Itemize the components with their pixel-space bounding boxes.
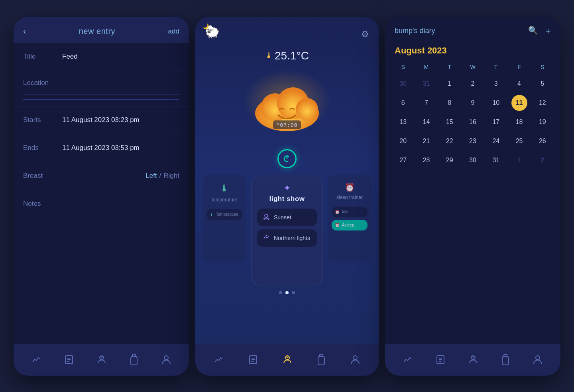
idle-label: Idle (342, 210, 348, 214)
nav2-chart-icon[interactable] (214, 355, 224, 364)
breast-right[interactable]: Right (163, 172, 179, 180)
cal-day-20[interactable]: 20 (395, 133, 411, 149)
cal-day-12[interactable]: 12 (535, 95, 550, 111)
cal-day-28[interactable]: 28 (418, 152, 434, 168)
cal-day-8[interactable]: 8 (442, 95, 458, 111)
nav-bottle-icon[interactable] (130, 354, 138, 365)
svg-point-15 (265, 214, 268, 217)
sleep-trainer-label: sleep trainer (336, 195, 363, 200)
svg-point-10 (296, 98, 318, 120)
nav2-baby-active-icon[interactable] (282, 355, 293, 365)
cal-week-1: 30 31 1 2 3 4 5 (391, 75, 554, 93)
cal-day-30[interactable]: 30 (465, 152, 481, 168)
sleep-trainer-card[interactable]: ⏰ sleep trainer ⏰ Idle ⏰ Asleep (328, 175, 372, 262)
cal-day-16[interactable]: 16 (465, 114, 481, 130)
cal-day-2[interactable]: 2 (465, 76, 481, 92)
day-header-f: F (507, 62, 531, 72)
nav2-book-icon[interactable] (249, 355, 258, 364)
notes-label: Notes (23, 200, 59, 208)
cal-day-24[interactable]: 24 (488, 133, 504, 149)
nav-book-icon[interactable] (65, 355, 73, 364)
nav3-baby-icon[interactable] (468, 355, 478, 365)
cal-day-7[interactable]: 7 (418, 95, 434, 111)
day-header-m: M (415, 62, 438, 72)
dot-3[interactable] (292, 291, 295, 294)
back-button[interactable]: ‹ (23, 26, 26, 37)
northern-lights-sub-card[interactable]: Northern lights (257, 229, 317, 247)
calendar-grid: S M T W T F S 30 31 1 2 3 4 5 6 7 (385, 62, 560, 169)
cal-day-31-prev[interactable]: 31 (418, 76, 434, 92)
cal-day-30-prev[interactable]: 30 (395, 76, 411, 92)
title-row[interactable]: Title Feed (14, 43, 189, 71)
cal-day-3[interactable]: 3 (488, 76, 504, 92)
starts-value: 11 August 2023 03:23 pm (62, 116, 140, 124)
nav3-chart-icon[interactable] (403, 355, 413, 364)
add-button[interactable]: add (168, 28, 179, 35)
cal-day-21[interactable]: 21 (418, 133, 434, 149)
cal-day-25[interactable]: 25 (511, 133, 527, 149)
cal-day-4[interactable]: 4 (511, 76, 527, 92)
day-header-s1: S (391, 62, 415, 72)
cal-day-23[interactable]: 23 (465, 133, 481, 149)
cal-day-26[interactable]: 26 (535, 133, 550, 149)
cal-day-18[interactable]: 18 (511, 114, 527, 130)
settings-gear-icon[interactable]: ⚙ (361, 29, 369, 39)
idle-sub-card[interactable]: ⏰ Idle (332, 207, 368, 217)
asleep-sub-card[interactable]: ⏰ Asleep (332, 220, 368, 230)
svg-rect-22 (320, 355, 323, 356)
screen2-header: 🌙 🐑 ⚙ (195, 17, 379, 48)
power-button[interactable] (277, 149, 297, 168)
moon-icon: 🌙 (202, 23, 209, 29)
light-show-card[interactable]: ✦ light show Sunset Northern lights (251, 175, 323, 286)
search-icon[interactable]: 🔍 (528, 26, 538, 37)
ends-value: 11 August 2023 03:53 pm (62, 144, 140, 152)
nav-baby-icon[interactable] (96, 355, 107, 365)
nav2-profile-icon[interactable] (350, 355, 360, 365)
cal-day-13[interactable]: 13 (395, 114, 411, 130)
cal-day-19[interactable]: 19 (535, 114, 550, 130)
nav3-book-icon[interactable] (436, 355, 445, 364)
cal-day-1-next[interactable]: 1 (511, 152, 527, 168)
sunset-icon (263, 213, 270, 221)
breast-separator: / (159, 172, 161, 180)
cal-day-11-today[interactable]: 11 (511, 95, 527, 111)
notes-row[interactable]: Notes (14, 190, 189, 218)
location-label: Location (23, 79, 49, 87)
nav3-profile-icon[interactable] (533, 355, 543, 365)
cal-day-10[interactable]: 10 (488, 95, 504, 111)
add-icon[interactable]: + (545, 26, 551, 37)
nav3-bottle-icon[interactable] (501, 354, 509, 365)
dot-2[interactable] (285, 291, 289, 294)
location-row[interactable]: Location (14, 71, 189, 106)
cal-day-27[interactable]: 27 (395, 152, 411, 168)
idle-icon: ⏰ (335, 210, 340, 214)
cal-day-6[interactable]: 6 (395, 95, 411, 111)
cal-day-5[interactable]: 5 (535, 76, 550, 92)
day-header-t2: T (484, 62, 507, 72)
dot-1[interactable] (279, 291, 282, 294)
cal-day-1[interactable]: 1 (442, 76, 458, 92)
sunset-sub-card[interactable]: Sunset (257, 209, 317, 226)
temp-card-label: temperature (212, 197, 238, 203)
month-year-label: August 2023 (385, 42, 560, 62)
nav-profile-icon[interactable] (161, 355, 171, 365)
cal-day-14[interactable]: 14 (418, 114, 434, 130)
ends-row[interactable]: Ends 11 August 2023 03:53 pm (14, 134, 189, 162)
cal-day-22[interactable]: 22 (442, 133, 458, 149)
cal-day-31[interactable]: 31 (488, 152, 504, 168)
screen-calendar: bump's diary 🔍 + August 2023 S M T W T F… (385, 17, 560, 376)
cal-day-15[interactable]: 15 (442, 114, 458, 130)
nav-chart-icon[interactable] (31, 355, 41, 364)
temperature-card[interactable]: 🌡 temperature 🌡 Temperature (202, 175, 246, 262)
feature-cards: 🌡 temperature 🌡 Temperature ✦ light show… (195, 175, 379, 286)
breast-row[interactable]: Breast Left / Right (14, 162, 189, 190)
day-header-t1: T (438, 62, 461, 72)
nav2-bottle-icon[interactable] (317, 354, 325, 365)
breast-left[interactable]: Left (145, 172, 157, 180)
cal-day-9[interactable]: 9 (465, 95, 481, 111)
starts-row[interactable]: Starts 11 August 2023 03:23 pm (14, 106, 189, 134)
cal-week-2: 6 7 8 9 10 11 12 (391, 94, 554, 112)
cal-day-29[interactable]: 29 (442, 152, 458, 168)
cal-day-2-next[interactable]: 2 (535, 152, 550, 168)
cal-day-17[interactable]: 17 (488, 114, 504, 130)
